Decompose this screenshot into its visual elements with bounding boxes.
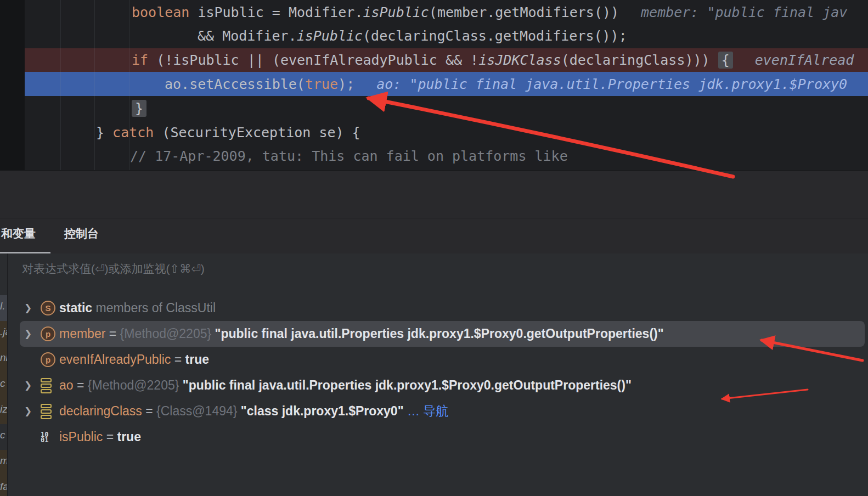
navigate-link[interactable]: … 导航 — [407, 403, 448, 420]
code-line[interactable]: // 17-Apr-2009, tatu: This can fail on p… — [25, 144, 868, 168]
evaluate-expression-input[interactable]: 对表达式求值(⏎)或添加监视(⇧⌘⏎) — [9, 253, 868, 284]
variable-row[interactable]: ❯declaringClass = {Class@1494} "class jd… — [20, 398, 865, 424]
variable-icon — [41, 378, 59, 393]
inline-debugger-hint: evenIfAlread — [755, 52, 854, 68]
code-editor[interactable]: boolean isPublic = Modifier.isPublic(mem… — [0, 0, 868, 170]
chevron-right-icon[interactable]: ❯ — [24, 380, 41, 391]
variable-row[interactable]: 1001isPublic = true — [20, 424, 865, 450]
code-line[interactable]: && Modifier.isPublic(declaringClass.getM… — [25, 24, 868, 48]
frame-item-clipped[interactable]: l. — [0, 295, 7, 321]
code-line[interactable]: if (!isPublic || (evenIfAlreadyPublic &&… — [25, 48, 868, 72]
frame-item-clipped[interactable]: fa — [0, 476, 7, 496]
static-members-icon: S — [41, 301, 59, 315]
chevron-right-icon[interactable]: ❯ — [24, 302, 41, 314]
header-divider — [0, 218, 868, 218]
frame-item-clipped[interactable]: m — [0, 450, 7, 476]
variable-row[interactable]: pevenIfAlreadyPublic = true — [20, 347, 865, 373]
inline-debugger-hint: ao: "public final java.util.Properties j… — [376, 76, 847, 92]
code-line[interactable]: ao.setAccessible(true);ao: "public final… — [25, 72, 868, 96]
tab-console[interactable]: 控制台 — [64, 226, 99, 241]
chevron-right-icon[interactable]: ❯ — [24, 405, 41, 417]
editor-gutter — [0, 0, 25, 170]
debugger-panel: l..janlcizcmfa 对表达式求值(⏎)或添加监视(⇧⌘⏎) ❯Ssta… — [0, 253, 868, 496]
toolwindow-header: 和变量 控制台 — [0, 170, 868, 254]
frame-item-clipped[interactable]: .ja — [0, 321, 7, 347]
tab-threads-variables[interactable]: 和变量 — [1, 226, 36, 241]
variable-row[interactable]: ❯pmember = {Method@2205} "public final j… — [20, 321, 865, 347]
frame-item-clipped[interactable]: nl — [0, 347, 7, 373]
code-line[interactable]: } — [25, 96, 868, 120]
evaluate-placeholder: 对表达式求值(⏎)或添加监视(⇧⌘⏎) — [22, 261, 205, 277]
frame-item-clipped[interactable]: c — [0, 424, 7, 450]
frames-list-clipped[interactable]: l..janlcizcmfa — [0, 253, 7, 496]
chevron-right-icon[interactable]: ❯ — [24, 328, 41, 340]
parameter-icon: p — [41, 326, 59, 341]
primitive-value-icon: 1001 — [41, 432, 59, 443]
panel-splitter[interactable] — [7, 253, 8, 496]
inline-debugger-hint: member: "public final jav — [641, 4, 847, 20]
variable-row[interactable]: ❯ao = {Method@2205} "public final java.u… — [20, 373, 865, 398]
code-line[interactable]: } catch (SecurityException se) { — [25, 120, 868, 144]
code-line[interactable]: boolean isPublic = Modifier.isPublic(mem… — [25, 0, 868, 24]
ide-window: boolean isPublic = Modifier.isPublic(mem… — [0, 0, 868, 496]
variable-icon — [41, 404, 59, 419]
parameter-icon: p — [41, 352, 59, 367]
variable-row[interactable]: ❯Sstatic members of ClassUtil — [20, 295, 865, 321]
variables-tree: ❯Sstatic members of ClassUtil❯pmember = … — [9, 295, 868, 450]
frame-item-clipped[interactable]: c — [0, 373, 7, 398]
frame-item-clipped[interactable]: iz — [0, 398, 7, 424]
